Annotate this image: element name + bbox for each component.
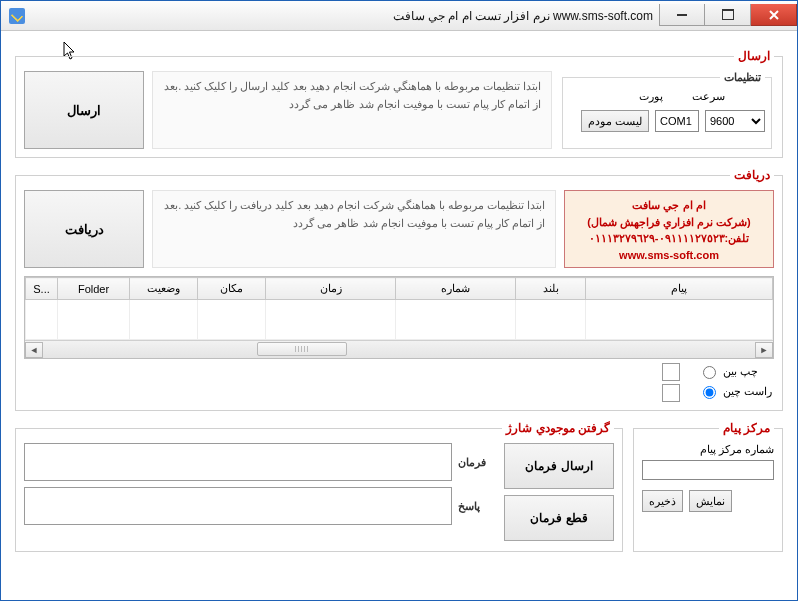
msgcenter-save-button[interactable]: ذخيره (642, 490, 683, 512)
send-legend: ارسال (734, 49, 774, 63)
receive-instructions: ابتدا تنظیمات مربوطه با هماهنگي شرکت انج… (152, 190, 556, 268)
port-input[interactable] (655, 110, 699, 132)
speed-select[interactable]: 9600 (705, 110, 765, 132)
company-info: ام ام جي سافت (شرکت نرم افزاري فراجهش شم… (564, 190, 774, 268)
grid-header[interactable]: وضعيت (130, 278, 198, 300)
scroll-right-icon[interactable]: ► (755, 342, 773, 358)
msgcenter-show-button[interactable]: نمايش (689, 490, 732, 512)
command-label: فرمان (458, 456, 496, 469)
messages-grid[interactable]: S... Folder وضعيت مکان زمان شماره بلند پ… (24, 276, 774, 359)
scroll-thumb[interactable] (257, 342, 347, 356)
settings-group: تنظیمات پورت سرعت ليست مودم 9600 (562, 71, 772, 149)
align-mini-input-2[interactable] (662, 384, 680, 402)
grid-header[interactable]: Folder (58, 278, 130, 300)
send-group: ارسال ارسال ابتدا تنظیمات مربوطه با هماه… (15, 49, 783, 158)
message-center-group: مرکز پيام شماره مرکز پيام نمايش ذخيره (633, 421, 783, 552)
msgcenter-label: شماره مرکز پيام (642, 443, 774, 456)
msgcenter-legend: مرکز پيام (719, 421, 774, 435)
speed-label: سرعت (692, 90, 725, 103)
receive-legend: دریافت (730, 168, 774, 182)
port-label: پورت (639, 90, 663, 103)
align-left-radio[interactable]: چپ بين (698, 363, 758, 379)
grid-header[interactable]: مکان (198, 278, 266, 300)
grid-header[interactable]: پيام (586, 278, 773, 300)
answer-label: پاسخ (458, 500, 496, 513)
alignment-radios: چپ بين راست چين (698, 363, 772, 399)
stop-command-button[interactable]: قطع فرمان (504, 495, 614, 541)
grid-header[interactable]: S... (26, 278, 58, 300)
msgcenter-input[interactable] (642, 460, 774, 480)
receive-group: دریافت دریافت ابتدا تنظیمات مربوطه با هم… (15, 168, 783, 411)
scroll-left-icon[interactable]: ◄ (25, 342, 43, 358)
align-mini-input-1[interactable] (662, 363, 680, 381)
grid-header[interactable]: زمان (266, 278, 396, 300)
app-icon (3, 2, 31, 30)
table-row[interactable] (26, 300, 773, 340)
minimize-button[interactable] (659, 4, 705, 26)
charge-group: گرفتن موجودي شارژ فرمان پاسخ ارسال ف (15, 421, 623, 552)
send-command-button[interactable]: ارسال فرمان (504, 443, 614, 489)
settings-legend: تنظیمات (720, 71, 765, 84)
titlebar: نرم افزار تست ام ام جي سافت www.sms-soft… (1, 1, 797, 31)
maximize-button[interactable] (705, 4, 751, 26)
grid-hscroll[interactable]: ◄ ► (25, 340, 773, 358)
modem-list-button[interactable]: ليست مودم (581, 110, 649, 132)
charge-legend: گرفتن موجودي شارژ (502, 421, 614, 435)
send-button[interactable]: ارسال (24, 71, 144, 149)
receive-button[interactable]: دریافت (24, 190, 144, 268)
window-title: نرم افزار تست ام ام جي سافت www.sms-soft… (31, 9, 659, 23)
grid-header[interactable]: شماره (396, 278, 516, 300)
answer-output (24, 487, 452, 525)
grid-header[interactable]: بلند (516, 278, 586, 300)
command-input[interactable] (24, 443, 452, 481)
align-right-radio[interactable]: راست چين (698, 383, 772, 399)
send-instructions: ابتدا تنظیمات مربوطه با هماهنگي شرکت انج… (152, 71, 552, 149)
close-button[interactable] (751, 4, 797, 26)
